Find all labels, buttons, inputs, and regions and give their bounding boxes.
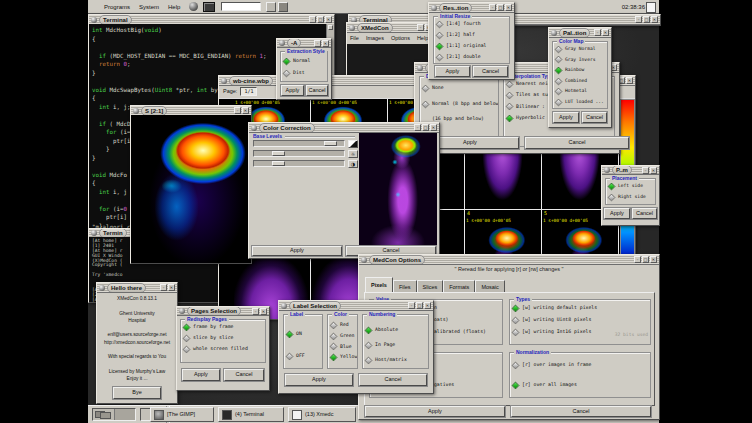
radio-diamond[interactable]: [555, 56, 563, 64]
desktop-pager[interactable]: [92, 408, 136, 421]
shade-icon[interactable]: –: [642, 167, 649, 174]
maximize-icon[interactable]: □: [642, 256, 649, 263]
extraction-dialog[interactable]: -A –✕ Extraction Style NormalDist Apply …: [276, 38, 332, 100]
radio-diamond[interactable]: [608, 194, 616, 202]
radio-diamond[interactable]: [436, 21, 444, 29]
radio-option-label[interactable]: LUT loaded ...: [565, 100, 604, 105]
tab-mosaic[interactable]: Mosaic: [475, 280, 504, 292]
close-icon[interactable]: ✕: [650, 256, 657, 263]
menu-system[interactable]: System: [139, 4, 159, 10]
apply-button[interactable]: Apply: [365, 406, 505, 417]
menu-globe-icon[interactable]: [189, 2, 198, 11]
radio-diamond[interactable]: [422, 85, 430, 93]
cancel-button[interactable]: Cancel: [525, 137, 629, 149]
pages-selection-dialog[interactable]: Pages Selection –✕ Redisplay Pages frame…: [176, 306, 270, 391]
pager-workspace-1[interactable]: [93, 409, 115, 420]
apply-button[interactable]: Apply: [182, 369, 220, 381]
apply-button[interactable]: Apply: [285, 374, 353, 386]
shade-icon[interactable]: –: [160, 284, 167, 291]
radio-option-label[interactable]: [w] writing Uint8 pixels: [522, 318, 591, 323]
shade-icon[interactable]: –: [417, 24, 424, 31]
radio-diamond[interactable]: [555, 77, 563, 85]
shade-icon[interactable]: –: [408, 302, 415, 309]
about-dialog[interactable]: Hello there –✕ XMedCon 0.8.13.1 Ghent Un…: [96, 282, 178, 404]
initial-resize-group[interactable]: Initial Resize [1:4] fourth[1:2] half[1:…: [433, 16, 510, 64]
menu-help[interactable]: Help: [168, 4, 180, 10]
radio-diamond[interactable]: [365, 342, 373, 350]
radio-option-label[interactable]: Gray Normal: [565, 47, 595, 52]
window-menu-icon[interactable]: [551, 30, 557, 36]
resize-dialog[interactable]: Res..tion –□✕ Initial Resize [1:4] fourt…: [428, 2, 515, 80]
window-menu-icon[interactable]: [349, 25, 355, 31]
cancel-button[interactable]: Cancel: [224, 369, 264, 381]
window-menu-icon[interactable]: [431, 5, 437, 11]
radio-option-label[interactable]: [w] writing default pixels: [522, 306, 597, 311]
radio-diamond[interactable]: [286, 330, 294, 338]
radio-option-label[interactable]: frame by frame: [193, 325, 233, 330]
radio-diamond[interactable]: [512, 381, 520, 389]
shade-icon[interactable]: –: [252, 308, 259, 315]
radio-option-label[interactable]: Red: [340, 323, 349, 328]
maximize-icon[interactable]: □: [416, 302, 423, 309]
shade-icon[interactable]: –: [594, 29, 601, 36]
cancel-button[interactable]: Cancel: [306, 85, 328, 96]
cancel-button[interactable]: Cancel: [359, 374, 427, 386]
close-icon[interactable]: ✕: [242, 107, 249, 114]
close-icon[interactable]: ✕: [626, 77, 633, 84]
radio-option-label[interactable]: In Page: [375, 343, 395, 348]
radio-diamond[interactable]: [365, 357, 373, 365]
radio-option-label[interactable]: Bilinear :: [516, 105, 545, 110]
radio-diamond[interactable]: [330, 343, 338, 351]
window-menu-icon[interactable]: [279, 40, 285, 46]
types-group[interactable]: Types 32 bits used [w] writing default p…: [509, 299, 651, 345]
window-menu-icon[interactable]: [133, 108, 139, 114]
radio-option-label[interactable]: Hyperbolic: [516, 116, 545, 121]
task-button[interactable]: (13) Xmedc: [288, 407, 356, 422]
gamma-icon[interactable]: [348, 140, 358, 148]
menu-help[interactable]: Help: [417, 36, 428, 42]
radio-diamond[interactable]: [555, 88, 563, 96]
contrast-icon[interactable]: ◑: [348, 160, 358, 168]
contrast-slider[interactable]: [253, 160, 345, 167]
close-icon[interactable]: ✕: [650, 167, 657, 174]
shade-icon[interactable]: –: [489, 4, 496, 11]
label-selection-dialog[interactable]: Label Selection –□✕ Label ONOFF Color Re…: [278, 300, 434, 394]
menu-options[interactable]: Options: [391, 36, 410, 42]
window-menu-icon[interactable]: [417, 65, 423, 71]
gamma-slider[interactable]: [253, 140, 345, 147]
radio-diamond[interactable]: [506, 81, 514, 89]
radio-diamond[interactable]: [183, 324, 191, 332]
close-icon[interactable]: ✕: [651, 16, 658, 23]
close-icon[interactable]: ✕: [424, 302, 431, 309]
slider-handle[interactable]: [324, 141, 337, 146]
shade-icon[interactable]: –: [234, 107, 241, 114]
window-menu-icon[interactable]: [91, 230, 97, 236]
color-map-group[interactable]: Color Map Gray NormalGray InversRainbowC…: [552, 41, 608, 109]
brightness-icon[interactable]: ☼: [348, 150, 358, 158]
radio-option-label[interactable]: Dist: [293, 71, 305, 76]
radio-diamond[interactable]: [436, 54, 444, 62]
apply-button[interactable]: Apply: [281, 85, 304, 96]
maximize-icon[interactable]: □: [643, 16, 650, 23]
slider-handle[interactable]: [272, 151, 285, 156]
slider-handle[interactable]: [272, 161, 285, 166]
radio-diamond[interactable]: [506, 103, 514, 111]
window-menu-icon[interactable]: [281, 303, 287, 309]
radio-option-label[interactable]: [r] over all images: [522, 383, 577, 388]
shade-icon[interactable]: –: [414, 124, 421, 131]
xmedcon-titlebar[interactable]: XMedCon –✕: [347, 23, 434, 33]
pages-titlebar[interactable]: Pages Selection –✕: [177, 307, 269, 316]
cancel-button[interactable]: Cancel: [511, 406, 651, 417]
apply-button[interactable]: Apply: [435, 66, 470, 77]
palette-titlebar[interactable]: Pal..tion –✕: [549, 28, 611, 38]
medcon-titlebar[interactable]: MedCon Options –□✕: [359, 255, 659, 265]
task-button[interactable]: (4) Terminal: [218, 407, 284, 422]
window-menu-icon[interactable]: [361, 257, 367, 263]
about-titlebar[interactable]: Hello there –✕: [97, 283, 177, 293]
radio-option-label[interactable]: whole screen filled: [193, 347, 248, 352]
radio-option-label[interactable]: [1:4] fourth: [446, 22, 481, 27]
radio-option-label[interactable]: slice by slice: [193, 336, 233, 341]
radio-option-label[interactable]: Hotmetal: [565, 89, 587, 94]
monitor-icon[interactable]: [203, 2, 215, 12]
radio-diamond[interactable]: [512, 304, 520, 312]
